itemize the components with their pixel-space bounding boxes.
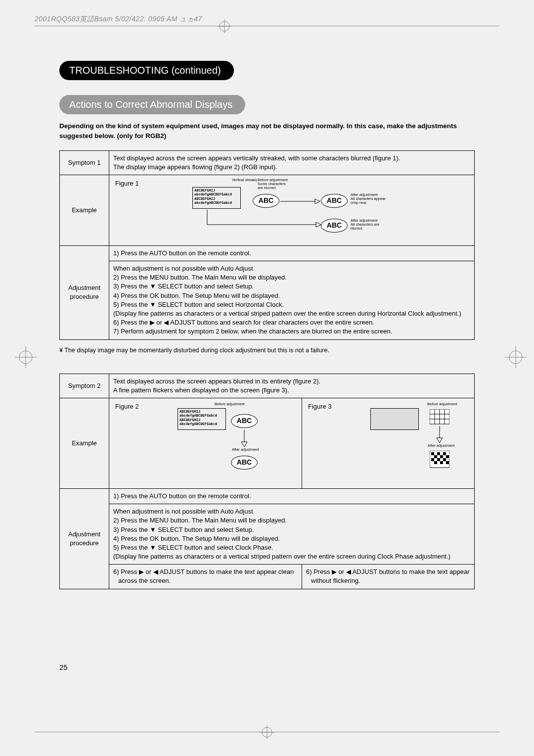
adjustment1-label: Adjustment procedure: [60, 245, 109, 339]
example2-cell-fig2: Figure 2 Before adjustment ABCDEFGHIJ ab…: [109, 398, 302, 488]
adjustment1-auto: 1) Press the AUTO button on the remote c…: [109, 245, 475, 261]
svg-marker-15: [437, 438, 443, 443]
adjustment2-auto: 1) Press the AUTO button on the remote c…: [109, 488, 475, 504]
example1-label: Example: [60, 175, 109, 245]
svg-rect-18: [437, 452, 440, 455]
svg-rect-23: [431, 458, 434, 461]
doc-header: 2001RQQ583英語Bsam 5/02/422: 0905 AM ュヵ47: [35, 15, 499, 24]
svg-rect-28: [446, 461, 449, 464]
svg-rect-26: [434, 461, 437, 464]
intro-text: Depending on the kind of system equipmen…: [59, 121, 475, 142]
crop-mark-icon: [218, 19, 231, 33]
example2-label: Example: [60, 398, 109, 488]
crop-rule-top: [35, 26, 499, 26]
svg-rect-24: [437, 458, 440, 461]
figure3-screen: [370, 408, 419, 430]
figure1-oval-before: ABC: [253, 194, 279, 208]
figure3-before-label: Before adjustment: [427, 402, 457, 406]
adjustment2-steps: When adjustment is not possible with Aut…: [109, 504, 475, 565]
symptom2-text: Text displayed across the screen appears…: [109, 374, 475, 398]
figure2-after-label: After adjustment: [232, 448, 259, 452]
crop-mark-left-icon: [15, 346, 37, 368]
example1-cell: Figure 1 ABCDEFGHIJ abcdefgABCDEFGabcd A…: [109, 175, 475, 245]
figure1-oval-after2: ABC: [321, 219, 348, 233]
figure1-vertical-streaks-label: Vertical streaks: [232, 178, 257, 182]
section-title-pill: Actions to Correct Abnormal Displays: [59, 95, 245, 114]
symptom1-text: Text displayed across the screen appears…: [109, 150, 475, 175]
arrow-down-icon: [436, 426, 444, 443]
arrow-down-icon: [240, 430, 248, 447]
svg-rect-25: [443, 458, 446, 461]
crop-rule-bottom: [35, 732, 499, 732]
figure2-oval-before: ABC: [231, 414, 258, 428]
figure3-label: Figure 3: [308, 402, 332, 411]
note-text: ¥ The display image may be momentarily d…: [59, 347, 475, 354]
figure1-after2-label: After adjustment All characters are blur…: [351, 219, 379, 231]
svg-rect-19: [443, 452, 446, 455]
crop-mark-bottom-icon: [260, 725, 274, 739]
adjustment1-steps: When adjustment is not possible with Aut…: [109, 261, 475, 340]
svg-marker-5: [316, 222, 321, 227]
figure3-pattern-after-icon: [430, 451, 449, 471]
symptom-1-table: Symptom 1 Text displayed across the scre…: [59, 150, 475, 340]
adjustment2-step6-left: 6) Press ▶ or ◀ ADJUST buttons to make t…: [109, 565, 302, 589]
crop-mark-right-icon: [505, 346, 527, 368]
figure2-screen: ABCDEFGHIJ abcdefgABCDEFGabcd ABCDEFGHIJ…: [178, 408, 226, 430]
svg-rect-22: [446, 455, 449, 458]
figure1-screen: ABCDEFGHIJ abcdefgABCDEFGabcd ABCDEFGHIJ…: [192, 187, 241, 209]
figure1-label: Figure 1: [115, 179, 139, 188]
figure1-oval-after1: ABC: [321, 194, 348, 208]
arrow-right-icon: [280, 198, 320, 205]
adjustment2-label: Adjustment procedure: [60, 488, 109, 589]
page-number: 25: [59, 663, 68, 671]
example2-cell-fig3: Figure 3 Before adjustment: [302, 398, 475, 488]
symptom-2-table: Symptom 2 Text displayed across the scre…: [59, 374, 475, 589]
page-title-pill: TROUBLESHOOTING (continued): [59, 61, 234, 80]
svg-marker-4: [315, 199, 320, 204]
svg-rect-20: [434, 455, 437, 458]
figure1-before-label: Before adjustment Some characters are bl…: [258, 178, 288, 190]
svg-marker-7: [241, 442, 247, 447]
svg-rect-21: [440, 455, 443, 458]
figure2-oval-after: ABC: [231, 456, 258, 470]
svg-rect-17: [431, 452, 434, 455]
figure1-after1-label: After adjustment All characters appear c…: [351, 193, 386, 205]
figure2-before-label: Before adjustment: [215, 402, 245, 406]
arrow-down-right-icon: [192, 210, 321, 235]
figure3-after-label: After adjustment: [428, 444, 455, 448]
adjustment2-step6-right: 6) Press ▶ or ◀ ADJUST buttons to make t…: [302, 565, 475, 589]
symptom1-label: Symptom 1: [60, 150, 109, 175]
figure2-label: Figure 2: [115, 402, 139, 411]
svg-rect-27: [440, 461, 443, 464]
symptom2-label: Symptom 2: [60, 374, 109, 398]
